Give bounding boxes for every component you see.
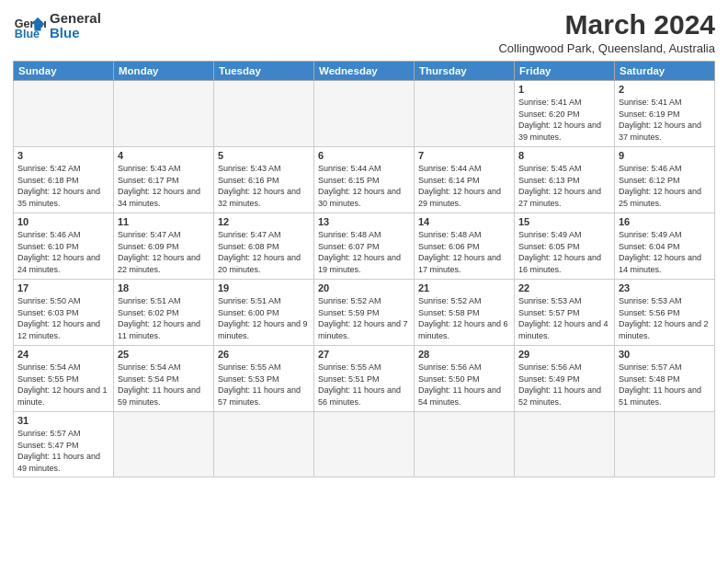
weekday-header-sunday: Sunday (14, 62, 114, 81)
day-number: 24 (17, 349, 109, 360)
day-number: 27 (318, 349, 410, 360)
day-number: 7 (418, 150, 510, 161)
calendar-cell (14, 81, 114, 147)
day-info: Sunrise: 5:48 AM Sunset: 6:07 PM Dayligh… (318, 229, 410, 275)
day-number: 5 (218, 150, 310, 161)
day-number: 31 (17, 415, 109, 426)
calendar-week-4: 17Sunrise: 5:50 AM Sunset: 6:03 PM Dayli… (14, 280, 715, 346)
day-info: Sunrise: 5:47 AM Sunset: 6:08 PM Dayligh… (218, 229, 310, 275)
calendar-cell: 13Sunrise: 5:48 AM Sunset: 6:07 PM Dayli… (314, 213, 415, 280)
day-number: 12 (218, 216, 310, 227)
calendar-cell (314, 81, 415, 147)
calendar-cell: 11Sunrise: 5:47 AM Sunset: 6:09 PM Dayli… (114, 213, 214, 280)
day-number: 16 (619, 216, 711, 227)
calendar-cell (415, 81, 515, 147)
page: General Blue General Blue March 2024 Col… (0, 0, 728, 563)
day-info: Sunrise: 5:51 AM Sunset: 6:00 PM Dayligh… (218, 295, 310, 341)
day-info: Sunrise: 5:45 AM Sunset: 6:13 PM Dayligh… (518, 163, 610, 209)
day-number: 19 (218, 282, 310, 293)
day-number: 20 (318, 282, 410, 293)
logo-blue-text: Blue (50, 26, 101, 41)
calendar-cell: 2Sunrise: 5:41 AM Sunset: 6:19 PM Daylig… (615, 81, 715, 147)
day-info: Sunrise: 5:55 AM Sunset: 5:51 PM Dayligh… (318, 362, 410, 408)
weekday-header-wednesday: Wednesday (314, 62, 415, 81)
logo-general-text: General (50, 11, 101, 27)
calendar-cell: 30Sunrise: 5:57 AM Sunset: 5:48 PM Dayli… (615, 346, 715, 412)
logo-icon: General Blue (13, 9, 46, 42)
day-info: Sunrise: 5:56 AM Sunset: 5:50 PM Dayligh… (418, 362, 510, 408)
weekday-header-thursday: Thursday (415, 62, 515, 81)
calendar-cell: 9Sunrise: 5:46 AM Sunset: 6:12 PM Daylig… (615, 147, 715, 213)
day-number: 22 (518, 282, 610, 293)
calendar-cell: 31Sunrise: 5:57 AM Sunset: 5:47 PM Dayli… (14, 412, 114, 477)
day-info: Sunrise: 5:44 AM Sunset: 6:14 PM Dayligh… (418, 163, 510, 209)
calendar-cell: 24Sunrise: 5:54 AM Sunset: 5:55 PM Dayli… (14, 346, 114, 412)
calendar-cell: 14Sunrise: 5:48 AM Sunset: 6:06 PM Dayli… (415, 213, 515, 280)
calendar-cell (114, 81, 214, 147)
day-number: 23 (619, 282, 711, 293)
calendar-week-2: 3Sunrise: 5:42 AM Sunset: 6:18 PM Daylig… (14, 147, 715, 213)
calendar-cell (214, 81, 314, 147)
day-info: Sunrise: 5:49 AM Sunset: 6:04 PM Dayligh… (619, 229, 711, 275)
day-number: 6 (318, 150, 410, 161)
day-number: 25 (118, 349, 210, 360)
calendar-cell: 17Sunrise: 5:50 AM Sunset: 6:03 PM Dayli… (14, 280, 114, 346)
day-info: Sunrise: 5:52 AM Sunset: 5:59 PM Dayligh… (318, 295, 410, 341)
calendar-cell: 22Sunrise: 5:53 AM Sunset: 5:57 PM Dayli… (515, 280, 615, 346)
subtitle: Collingwood Park, Queensland, Australia (498, 41, 715, 55)
calendar-cell: 10Sunrise: 5:46 AM Sunset: 6:10 PM Dayli… (14, 213, 114, 280)
day-info: Sunrise: 5:43 AM Sunset: 6:17 PM Dayligh… (118, 163, 210, 209)
calendar-cell: 16Sunrise: 5:49 AM Sunset: 6:04 PM Dayli… (615, 213, 715, 280)
day-info: Sunrise: 5:55 AM Sunset: 5:53 PM Dayligh… (218, 362, 310, 408)
calendar-cell: 1Sunrise: 5:41 AM Sunset: 6:20 PM Daylig… (515, 81, 615, 147)
calendar-cell: 5Sunrise: 5:43 AM Sunset: 6:16 PM Daylig… (214, 147, 314, 213)
day-number: 8 (518, 150, 610, 161)
day-number: 15 (518, 216, 610, 227)
day-info: Sunrise: 5:46 AM Sunset: 6:12 PM Dayligh… (619, 163, 711, 209)
day-info: Sunrise: 5:49 AM Sunset: 6:05 PM Dayligh… (518, 229, 610, 275)
day-info: Sunrise: 5:47 AM Sunset: 6:09 PM Dayligh… (118, 229, 210, 275)
day-info: Sunrise: 5:53 AM Sunset: 5:56 PM Dayligh… (619, 295, 711, 341)
logo: General Blue General Blue (13, 9, 101, 42)
calendar-cell: 15Sunrise: 5:49 AM Sunset: 6:05 PM Dayli… (515, 213, 615, 280)
calendar-cell: 4Sunrise: 5:43 AM Sunset: 6:17 PM Daylig… (114, 147, 214, 213)
calendar-cell (214, 412, 314, 477)
header: General Blue General Blue March 2024 Col… (13, 9, 715, 55)
day-number: 17 (17, 282, 109, 293)
day-number: 29 (518, 349, 610, 360)
calendar-cell: 25Sunrise: 5:54 AM Sunset: 5:54 PM Dayli… (114, 346, 214, 412)
day-info: Sunrise: 5:52 AM Sunset: 5:58 PM Dayligh… (418, 295, 510, 341)
calendar-cell (314, 412, 415, 477)
day-info: Sunrise: 5:53 AM Sunset: 5:57 PM Dayligh… (518, 295, 610, 341)
day-info: Sunrise: 5:57 AM Sunset: 5:47 PM Dayligh… (17, 428, 109, 474)
day-info: Sunrise: 5:56 AM Sunset: 5:49 PM Dayligh… (518, 362, 610, 408)
calendar-cell: 26Sunrise: 5:55 AM Sunset: 5:53 PM Dayli… (214, 346, 314, 412)
day-number: 14 (418, 216, 510, 227)
day-number: 26 (218, 349, 310, 360)
day-number: 10 (17, 216, 109, 227)
day-info: Sunrise: 5:41 AM Sunset: 6:20 PM Dayligh… (518, 97, 610, 143)
calendar-cell: 7Sunrise: 5:44 AM Sunset: 6:14 PM Daylig… (415, 147, 515, 213)
weekday-header-friday: Friday (515, 62, 615, 81)
calendar-cell: 23Sunrise: 5:53 AM Sunset: 5:56 PM Dayli… (615, 280, 715, 346)
calendar-week-3: 10Sunrise: 5:46 AM Sunset: 6:10 PM Dayli… (14, 213, 715, 280)
title-block: March 2024 Collingwood Park, Queensland,… (498, 9, 715, 55)
day-number: 1 (518, 84, 610, 95)
calendar-table: SundayMondayTuesdayWednesdayThursdayFrid… (13, 61, 715, 477)
calendar-cell: 8Sunrise: 5:45 AM Sunset: 6:13 PM Daylig… (515, 147, 615, 213)
calendar-cell (615, 412, 715, 477)
day-info: Sunrise: 5:57 AM Sunset: 5:48 PM Dayligh… (619, 362, 711, 408)
calendar-cell (515, 412, 615, 477)
day-info: Sunrise: 5:51 AM Sunset: 6:02 PM Dayligh… (118, 295, 210, 341)
day-number: 2 (619, 84, 711, 95)
calendar-cell: 28Sunrise: 5:56 AM Sunset: 5:50 PM Dayli… (415, 346, 515, 412)
calendar-cell: 19Sunrise: 5:51 AM Sunset: 6:00 PM Dayli… (214, 280, 314, 346)
calendar-cell: 21Sunrise: 5:52 AM Sunset: 5:58 PM Dayli… (415, 280, 515, 346)
main-title: March 2024 (498, 9, 715, 40)
day-info: Sunrise: 5:54 AM Sunset: 5:55 PM Dayligh… (17, 362, 109, 408)
calendar-week-5: 24Sunrise: 5:54 AM Sunset: 5:55 PM Dayli… (14, 346, 715, 412)
calendar-cell: 29Sunrise: 5:56 AM Sunset: 5:49 PM Dayli… (515, 346, 615, 412)
day-number: 13 (318, 216, 410, 227)
day-info: Sunrise: 5:43 AM Sunset: 6:16 PM Dayligh… (218, 163, 310, 209)
day-info: Sunrise: 5:46 AM Sunset: 6:10 PM Dayligh… (17, 229, 109, 275)
